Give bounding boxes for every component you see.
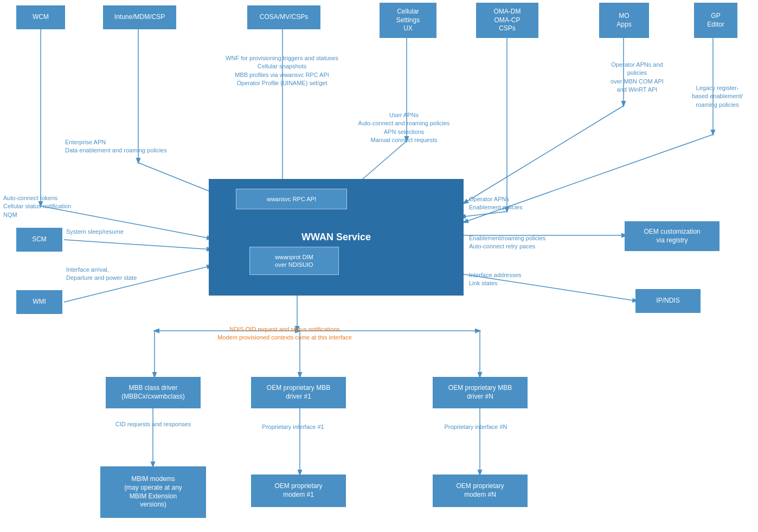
ndis-oid-label: NDIS OID request and status notification… — [209, 325, 361, 342]
ipndis-box: IP/NDIS — [635, 289, 701, 313]
gpeditor-label: GP Editor — [707, 12, 724, 29]
svg-line-8 — [461, 211, 507, 217]
iface-arrival-label: Interface arrival, Departure and power s… — [66, 266, 153, 283]
cosa-label: COSA/MV/CSPs — [260, 13, 308, 22]
diagram: WCM Intune/MDM/CSP COSA/MV/CSPs Cellular… — [0, 0, 758, 532]
wmi-box: WMI — [16, 290, 62, 314]
intune-label: Intune/MDM/CSP — [114, 13, 165, 22]
wcm-box: WCM — [16, 5, 65, 29]
ipndis-label: IP/NDIS — [656, 297, 679, 305]
wnf-label: WNF for provisioning triggers and status… — [206, 54, 358, 88]
operator-apns-top-label: Operator APNs and policies over MBN COM … — [594, 61, 680, 94]
omadm-label: OMA-DM OMA-CP CSPs — [494, 8, 521, 33]
mbb-driver-label: MBB class driver (MBBCx/cxwmbclass) — [121, 384, 185, 401]
moapps-box: MO Apps — [599, 3, 649, 38]
mbim-modems-label: MBIM modems (may operate at any MBIM Ext… — [124, 475, 182, 509]
oem-mbb1-box: OEM proprietary MBB driver #1 — [251, 377, 346, 408]
oem-mbb1-label: OEM proprietary MBB driver #1 — [267, 384, 330, 401]
iface-addresses-label: Interface addresses Link states — [469, 271, 567, 288]
moapps-label: MO Apps — [616, 12, 631, 29]
wcm-label: WCM — [33, 13, 49, 22]
oem-reg-box: OEM customization via registry — [625, 221, 720, 251]
omadm-box: OMA-DM OMA-CP CSPs — [476, 3, 538, 38]
prop-iface1-label: Proprietary interface #1 — [243, 423, 343, 431]
oem-modem1-box: OEM proprietary modem #1 — [251, 475, 346, 507]
oem-modem1-label: OEM proprietary modem #1 — [274, 482, 322, 499]
oem-modemN-box: OEM proprietary modem #N — [433, 475, 528, 507]
auto-connect-label: Auto-connect tokens Cellular status noti… — [3, 194, 87, 219]
wwanprot-box: wwanprot DIM over NDISUIO — [249, 247, 339, 275]
scm-label: SCM — [32, 235, 47, 244]
wwansvc-api-label: wwansvc RPC API — [267, 195, 316, 203]
svg-line-10 — [464, 106, 624, 203]
oem-mbbN-box: OEM proprietary MBB driver #N — [433, 377, 528, 408]
enterprise-apn-label: Enterprise APN Data enablement and roami… — [65, 138, 184, 155]
wwan-service-label: WWAN Service — [301, 231, 371, 243]
intune-box: Intune/MDM/CSP — [103, 5, 176, 29]
wwansvc-api-box: wwansvc RPC API — [236, 189, 347, 209]
mbim-modems-box: MBIM modems (may operate at any MBIM Ext… — [100, 466, 206, 518]
svg-line-13 — [64, 240, 211, 249]
wwanprot-label: wwanprot DIM over NDISUIO — [275, 253, 313, 269]
scm-box: SCM — [16, 228, 62, 252]
cid-requests-label: CID requests and responses — [106, 420, 201, 428]
cellular-box: Cellular Settings UX — [380, 3, 436, 38]
cosa-box: COSA/MV/CSPs — [247, 5, 320, 29]
legacy-register-label: Legacy register- based enablement/ roami… — [688, 84, 747, 109]
oem-mbbN-label: OEM proprietary MBB driver #N — [448, 384, 512, 401]
oem-reg-label: OEM customization via registry — [644, 228, 700, 245]
operator-apns-right-label: Operator APNs Enablement policies — [469, 195, 564, 212]
prop-ifaceN-label: Proprietary interface #N — [426, 423, 526, 431]
gpeditor-box: GP Editor — [694, 3, 737, 38]
cellular-label: Cellular Settings UX — [396, 8, 420, 33]
wmi-label: WMI — [33, 298, 46, 306]
mbb-driver-box: MBB class driver (MBBCx/cxwmbclass) — [106, 377, 201, 408]
oem-modemN-label: OEM proprietary modem #N — [456, 482, 504, 499]
user-apns-label: User APNs Auto-connect and roaming polic… — [342, 111, 466, 145]
enablement-roaming-label: Enablement/roaming policies Auto-connect… — [469, 234, 577, 251]
system-sleep-label: System sleep/resume — [66, 228, 158, 236]
